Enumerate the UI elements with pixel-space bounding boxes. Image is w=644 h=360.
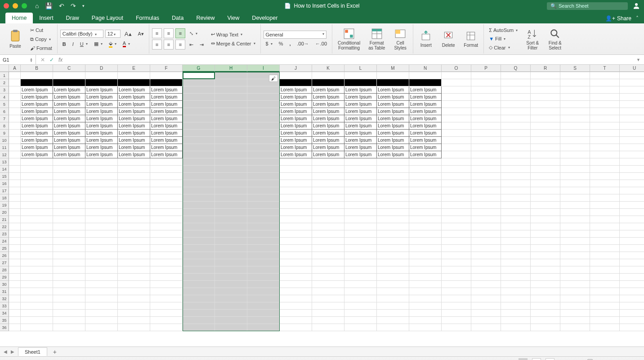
cell[interactable] — [560, 202, 590, 209]
cell[interactable]: Lorem Ipsum — [85, 151, 118, 158]
fx-icon[interactable]: fx — [58, 57, 63, 63]
cell[interactable] — [183, 187, 215, 194]
cell[interactable] — [312, 202, 344, 209]
cell[interactable] — [620, 166, 644, 173]
cell[interactable] — [344, 158, 377, 166]
cell[interactable] — [9, 151, 21, 158]
cell[interactable] — [85, 245, 118, 252]
cell[interactable] — [344, 281, 377, 288]
cell[interactable] — [21, 310, 53, 317]
cell[interactable] — [377, 216, 409, 223]
bold-button[interactable]: B — [60, 40, 68, 48]
cell[interactable] — [620, 223, 644, 230]
cell[interactable] — [21, 274, 53, 281]
cell[interactable] — [150, 238, 183, 245]
cell[interactable] — [531, 266, 560, 274]
cell[interactable] — [150, 295, 183, 302]
cell[interactable] — [247, 310, 280, 317]
cell[interactable] — [560, 266, 590, 274]
cell[interactable] — [560, 94, 590, 101]
cell[interactable] — [344, 266, 377, 274]
cell[interactable] — [118, 158, 150, 166]
cell[interactable] — [215, 151, 247, 158]
cell[interactable] — [501, 252, 531, 259]
cell[interactable] — [183, 79, 215, 86]
align-middle-icon[interactable]: ≡ — [164, 28, 174, 38]
cell[interactable] — [531, 216, 560, 223]
cell[interactable] — [150, 274, 183, 281]
cell[interactable] — [280, 173, 312, 180]
cell[interactable] — [471, 101, 501, 108]
cell[interactable] — [53, 252, 85, 259]
cell[interactable] — [21, 194, 53, 202]
cell[interactable] — [531, 317, 560, 324]
cell[interactable]: Lorem Ipsum — [118, 101, 150, 108]
cell[interactable] — [312, 324, 344, 331]
cell[interactable] — [150, 252, 183, 259]
cell[interactable] — [377, 223, 409, 230]
cell[interactable] — [620, 230, 644, 238]
cell[interactable] — [85, 209, 118, 216]
cell[interactable] — [280, 245, 312, 252]
cell[interactable] — [118, 317, 150, 324]
cell[interactable] — [377, 281, 409, 288]
cell[interactable] — [312, 245, 344, 252]
cell[interactable] — [377, 238, 409, 245]
cell[interactable] — [531, 245, 560, 252]
cell[interactable] — [560, 295, 590, 302]
cell[interactable]: Lorem Ipsum — [150, 130, 183, 137]
cell[interactable] — [53, 194, 85, 202]
cell[interactable] — [620, 245, 644, 252]
cell[interactable]: Lorem Ipsum — [377, 130, 409, 137]
cell[interactable]: Lorem Ipsum — [53, 130, 85, 137]
cell[interactable] — [85, 281, 118, 288]
cell[interactable] — [118, 202, 150, 209]
cell[interactable] — [471, 238, 501, 245]
cell[interactable] — [312, 252, 344, 259]
cell[interactable] — [590, 266, 620, 274]
cells-area[interactable]: Lorem IpsumLorem IpsumLorem IpsumLorem I… — [9, 72, 644, 331]
cell[interactable] — [344, 202, 377, 209]
sheet-tab[interactable]: Sheet1 — [18, 347, 47, 356]
cell[interactable] — [501, 173, 531, 180]
cell[interactable]: Lorem Ipsum — [409, 115, 442, 122]
cell[interactable] — [247, 151, 280, 158]
cell[interactable]: Lorem Ipsum — [409, 130, 442, 137]
cell[interactable] — [312, 310, 344, 317]
cell[interactable] — [85, 274, 118, 281]
cell[interactable] — [118, 180, 150, 187]
cell[interactable]: Lorem Ipsum — [312, 108, 344, 115]
cell[interactable] — [280, 310, 312, 317]
cell[interactable] — [150, 259, 183, 266]
percent-button[interactable]: % — [277, 40, 286, 47]
cell[interactable] — [590, 151, 620, 158]
cell[interactable] — [215, 252, 247, 259]
cell[interactable] — [118, 187, 150, 194]
cell[interactable] — [9, 194, 21, 202]
cell[interactable] — [590, 115, 620, 122]
cell[interactable] — [620, 137, 644, 144]
tab-review[interactable]: Review — [190, 13, 221, 23]
cell[interactable] — [531, 158, 560, 166]
row-header[interactable]: 8 — [0, 122, 9, 130]
cell[interactable] — [471, 130, 501, 137]
cell[interactable] — [620, 310, 644, 317]
format-as-table-button[interactable]: Format as Table — [366, 27, 388, 51]
cell[interactable] — [215, 259, 247, 266]
row-header[interactable]: 9 — [0, 130, 9, 137]
cell[interactable] — [590, 187, 620, 194]
cell[interactable] — [21, 259, 53, 266]
cell[interactable] — [9, 180, 21, 187]
cell[interactable] — [85, 317, 118, 324]
cell[interactable] — [247, 202, 280, 209]
cell[interactable] — [344, 223, 377, 230]
cell[interactable] — [409, 295, 442, 302]
cell[interactable] — [590, 310, 620, 317]
cell[interactable]: Lorem Ipsum — [150, 94, 183, 101]
cell[interactable] — [150, 310, 183, 317]
cell[interactable] — [471, 209, 501, 216]
cell[interactable] — [620, 302, 644, 310]
cell[interactable] — [501, 151, 531, 158]
cell[interactable]: Lorem Ipsum — [409, 94, 442, 101]
column-header[interactable]: O — [442, 65, 471, 72]
